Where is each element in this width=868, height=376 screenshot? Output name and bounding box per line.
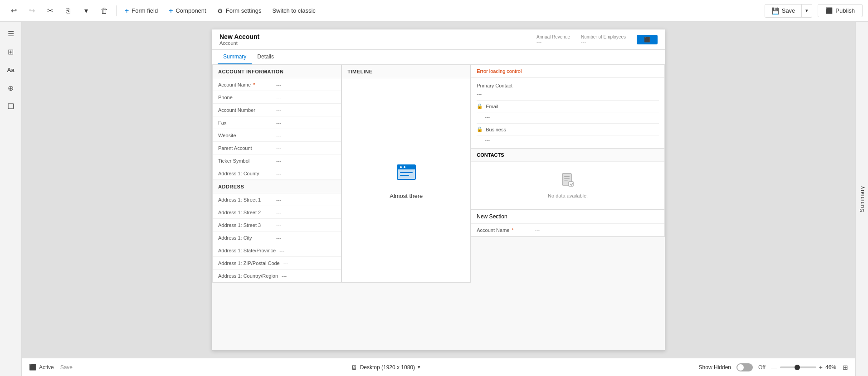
right-sidebar-panel[interactable]: Summary [855,22,868,376]
address-county-label: Address 1: County [218,171,273,176]
publish-button[interactable]: ⬛ Publish [818,4,863,17]
field-street1: Address 1: Street 1 --- [213,193,341,206]
canvas-area: New Account Account Annual Revenue --- N… [22,22,855,376]
publish-icon: ⬛ [825,7,833,14]
svg-rect-9 [564,180,568,181]
sidebar-menu-icon[interactable]: ☰ [3,25,19,42]
error-link[interactable]: Error loading control [477,68,522,74]
country-label: Address 1: Country/Region [218,273,278,279]
save-dropdown-button[interactable]: ▾ [802,5,812,16]
field-ticker-symbol: Ticker Symbol --- [213,154,341,167]
switch-classic-button[interactable]: Switch to classic [268,5,320,17]
toggle-knob [737,364,744,371]
email-icon: 🔒 [477,103,483,109]
monitor-icon: 🖥 [351,364,357,371]
primary-contact-label: Primary Contact [477,83,659,88]
sidebar-add-icon[interactable]: ⊕ [3,80,19,96]
country-value: --- [282,273,287,279]
form-card: New Account Account Annual Revenue --- N… [212,29,665,351]
website-label: Website [218,133,273,138]
settings-icon: ⚙ [217,7,223,14]
street1-value: --- [276,197,281,202]
undo-button[interactable]: ↩ [5,3,22,19]
svg-rect-7 [564,176,570,177]
device-label: Desktop (1920 x 1080) [360,364,415,371]
account-number-value: --- [276,107,281,113]
email-label: Email [486,104,498,109]
field-street2: Address 1: Street 2 --- [213,206,341,219]
parent-account-label: Parent Account [218,145,273,151]
header-action-button[interactable]: ⬛ [637,35,658,44]
zip-value: --- [283,260,288,266]
publish-label: Publish [835,7,855,14]
tab-summary[interactable]: Summary [218,50,252,64]
tab-details[interactable]: Details [252,50,279,64]
delete-button[interactable]: 🗑 [96,3,112,19]
zoom-plus-button[interactable]: + [819,364,823,371]
save-label: Save [782,7,795,14]
contacts-section: CONTACTS [471,149,665,210]
fit-to-screen-icon[interactable]: ⊞ [843,364,848,371]
zoom-slider[interactable] [780,366,816,368]
status-text: Active [39,364,54,371]
zoom-minus-button[interactable]: — [771,364,777,371]
field-address-county: Address 1: County --- [213,167,341,180]
account-name-label: Account Name * [218,82,273,87]
new-account-name-label: Account Name * [477,227,531,233]
switch-classic-label: Switch to classic [272,7,315,14]
svg-point-2 [400,166,402,168]
field-website: Website --- [213,129,341,142]
fax-label: Fax [218,120,273,125]
copy-button[interactable]: ⎘ [60,3,76,19]
status-icon: ⬛ [29,364,36,371]
sidebar-text-icon[interactable]: Aa [3,62,19,78]
city-value: --- [276,235,281,241]
no-data-icon [561,173,575,190]
email-row: 🔒 Email [477,101,659,112]
field-account-number: Account Number --- [213,104,341,116]
save-btn-group: 💾 Save ▾ [765,4,813,18]
account-name-value: --- [276,82,281,87]
toolbar: ↩ ↪ ✂ ⎘ ▾ 🗑 + Form field + Component ⚙ F… [0,0,868,22]
num-employees-value: --- [581,39,626,45]
field-account-name: Account Name * --- [213,78,341,91]
dropdown-button[interactable]: ▾ [78,3,94,19]
sidebar-grid-icon[interactable]: ⊞ [3,43,19,60]
field-street3: Address 1: Street 3 --- [213,219,341,231]
field-city: Address 1: City --- [213,231,341,244]
header-fields: Annual Revenue --- Number of Employees -… [536,34,658,45]
field-zip: Address 1: ZIP/Postal Code --- [213,257,341,270]
record-subtitle: Account [219,40,259,46]
parent-account-value: --- [276,145,281,151]
new-section: New Section Account Name * --- [471,210,665,237]
zoom-area: — + 46% ⊞ [771,364,848,371]
device-selector[interactable]: 🖥 Desktop (1920 x 1080) ▾ [351,364,420,371]
form-field-button[interactable]: + Form field [120,4,162,18]
device-dropdown-icon: ▾ [418,364,420,370]
business-value: --- [477,135,659,143]
phone-value: --- [276,95,281,100]
status-area: ⬛ Active Save [29,364,73,371]
component-button[interactable]: + Component [164,4,211,18]
save-button[interactable]: 💾 Save [765,5,802,17]
street2-value: --- [276,210,281,215]
component-label: Component [176,7,206,14]
form-preview: New Account Account Annual Revenue --- N… [22,22,855,358]
street1-label: Address 1: Street 1 [218,197,273,202]
required-marker: * [252,82,255,87]
form-tabs: Summary Details [212,50,665,65]
cut-button[interactable]: ✂ [42,3,58,19]
zoom-thumb [795,365,800,370]
num-employees-label: Number of Employees [581,34,626,39]
field-phone: Phone --- [213,91,341,104]
sidebar-layers-icon[interactable]: ❑ [3,98,19,114]
account-number-label: Account Number [218,107,273,113]
form-settings-button[interactable]: ⚙ Form settings [213,5,266,17]
timeline-content: Almost there [342,78,470,282]
redo-button[interactable]: ↪ [24,3,40,19]
col-left: ACCOUNT INFORMATION Account Name * --- P… [212,65,341,283]
show-hidden-toggle[interactable] [736,363,753,371]
summary-label: Summary [859,186,865,212]
divider-1 [116,5,117,16]
address-county-value: --- [276,171,281,176]
